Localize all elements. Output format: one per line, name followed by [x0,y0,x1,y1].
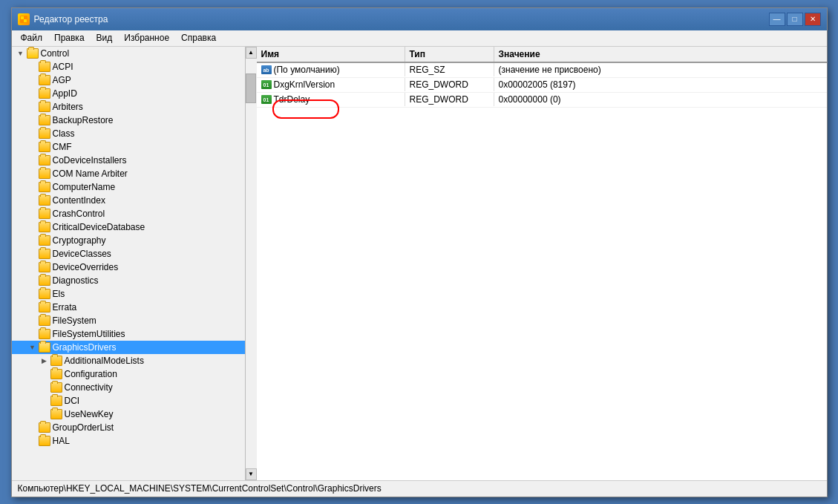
tree-item-contentindex[interactable]: ContentIndex [12,194,245,207]
window-controls: — □ ✕ [769,13,821,26]
expand-criticaldevicedatabase[interactable] [27,221,39,233]
expand-codeviceinstallers[interactable] [27,154,39,166]
expand-els[interactable] [27,288,39,300]
tree-item-acpi[interactable]: ACPI [12,60,245,73]
tree-item-configuration[interactable]: Configuration [12,367,245,381]
menu-item-правка[interactable]: Правка [48,31,91,45]
tree-item-filesystemutilities[interactable]: FileSystemUtilities [12,327,245,341]
expand-control[interactable]: ▼ [15,48,27,59]
tree-item-grouporderlist[interactable]: GroupOrderList [12,421,245,434]
tree-label-filesystemutilities: FileSystemUtilities [53,329,125,339]
tree-label-crashcontrol: CrashControl [53,209,105,219]
expand-cmf[interactable] [27,141,39,153]
minimize-button[interactable]: — [769,13,785,26]
tree-item-cryptography[interactable]: Cryptography [12,234,245,247]
tree-item-errata[interactable]: Errata [12,301,245,314]
tree-item-computername[interactable]: ComputerName [12,180,245,194]
menu-item-избранное[interactable]: Избранное [118,31,175,45]
scroll-up-arrow[interactable]: ▲ [246,47,257,59]
expand-class[interactable] [27,128,39,140]
expand-dci[interactable] [39,395,50,407]
tree-item-comnamearbiter[interactable]: COM Name Arbiter [12,167,245,180]
expand-cryptography[interactable] [27,235,39,246]
tree-label-deviceclasses: DeviceClasses [53,249,111,259]
tree-item-diagnostics[interactable]: Diagnostics [12,274,245,287]
col-header-type: Тип [405,47,494,62]
tree-item-deviceclasses[interactable]: DeviceClasses [12,247,245,261]
tree-label-diagnostics: Diagnostics [53,275,99,286]
table-row-1[interactable]: 01DxgKrnlVersionREG_DWORD0x00002005 (819… [257,78,827,93]
tree-item-appid[interactable]: AppID [12,87,245,100]
expand-arbiters[interactable] [27,101,39,113]
tree-item-deviceoverrides[interactable]: DeviceOverrides [12,261,245,274]
expand-usenewkey[interactable] [39,408,50,420]
folder-icon-acpi [39,62,50,72]
expand-comnamearbiter[interactable] [27,168,39,180]
tree-item-criticaldevicedatabase[interactable]: CriticalDeviceDatabase [12,220,245,234]
expand-filesystemutilities[interactable] [27,328,39,340]
expand-deviceoverrides[interactable] [27,261,39,273]
folder-icon-usenewkey [50,409,62,419]
maximize-button[interactable]: □ [787,13,803,26]
status-path: Компьютер\HKEY_LOCAL_MACHINE\SYSTEM\Curr… [18,483,382,494]
expand-hal[interactable] [27,435,39,447]
sidebar-scrollbar[interactable]: ▲ ▼ [245,47,257,480]
title-bar: Редактор реестра — □ ✕ [12,8,827,30]
tree-item-agp[interactable]: AGP [12,73,245,87]
row-type-1: REG_DWORD [405,78,494,91]
tree-label-hal: HAL [53,436,70,446]
expand-backuprestore[interactable] [27,114,39,126]
tree-item-crashcontrol[interactable]: CrashControl [12,207,245,220]
menu-item-файл[interactable]: Файл [15,31,49,45]
expand-crashcontrol[interactable] [27,208,39,220]
expand-errata[interactable] [27,301,39,313]
tree-item-control[interactable]: ▼Control [12,47,245,60]
tree-label-acpi: ACPI [53,62,73,72]
row-name-0: ab(По умолчанию) [257,63,405,76]
tree-label-criticaldevicedatabase: CriticalDeviceDatabase [53,222,145,232]
tree-item-additionalmodelists[interactable]: ▶AdditionalModeLists [12,354,245,367]
expand-acpi[interactable] [27,61,39,73]
expand-computername[interactable] [27,181,39,193]
tree-item-connectivity[interactable]: Connectivity [12,381,245,394]
scroll-thumb[interactable] [246,73,256,103]
expand-diagnostics[interactable] [27,275,39,287]
tree-label-agp: AGP [53,75,71,85]
tree-item-filesystem[interactable]: FileSystem [12,314,245,327]
expand-grouporderlist[interactable] [27,422,39,433]
tree-item-usenewkey[interactable]: UseNewKey [12,408,245,421]
tree-label-appid: AppID [53,88,77,99]
menu-item-вид[interactable]: Вид [91,31,119,45]
tree-label-computername: ComputerName [53,182,116,192]
expand-connectivity[interactable] [39,382,50,393]
expand-deviceclasses[interactable] [27,248,39,260]
expand-additionalmodelists[interactable]: ▶ [39,355,50,367]
table-row-2[interactable]: 01TdrDelayREG_DWORD0x00000000 (0) [257,93,827,108]
expand-agp[interactable] [27,74,39,86]
menu-item-справка[interactable]: Справка [175,31,222,45]
expand-contentindex[interactable] [27,194,39,206]
tree-item-arbiters[interactable]: Arbiters [12,100,245,114]
tree-item-cmf[interactable]: CMF [12,140,245,154]
folder-icon-additionalmodelists [50,356,62,366]
scroll-track[interactable] [246,59,257,468]
tree-item-graphicsdrivers[interactable]: ▼GraphicsDrivers [12,341,245,354]
tree-item-codeviceinstallers[interactable]: CoDeviceInstallers [12,154,245,167]
tree-item-backuprestore[interactable]: BackupRestore [12,114,245,127]
folder-icon-grouporderlist [39,422,50,433]
tree-label-class: Class [53,128,75,139]
expand-appid[interactable] [27,88,39,99]
scroll-down-arrow[interactable]: ▼ [246,468,257,480]
tree-item-class[interactable]: Class [12,127,245,140]
expand-graphicsdrivers[interactable]: ▼ [27,341,39,353]
expand-configuration[interactable] [39,368,50,380]
expand-filesystem[interactable] [27,315,39,327]
tree-label-filesystem: FileSystem [53,315,96,326]
sidebar[interactable]: ▼ControlACPIAGPAppIDArbitersBackupRestor… [12,47,245,480]
tree-item-hal[interactable]: HAL [12,434,245,448]
window-title: Редактор реестра [34,14,108,24]
tree-item-dci[interactable]: DCI [12,394,245,408]
table-row-0[interactable]: ab(По умолчанию)REG_SZ(значение не присв… [257,63,827,78]
tree-item-els[interactable]: Els [12,287,245,301]
close-button[interactable]: ✕ [805,13,821,26]
